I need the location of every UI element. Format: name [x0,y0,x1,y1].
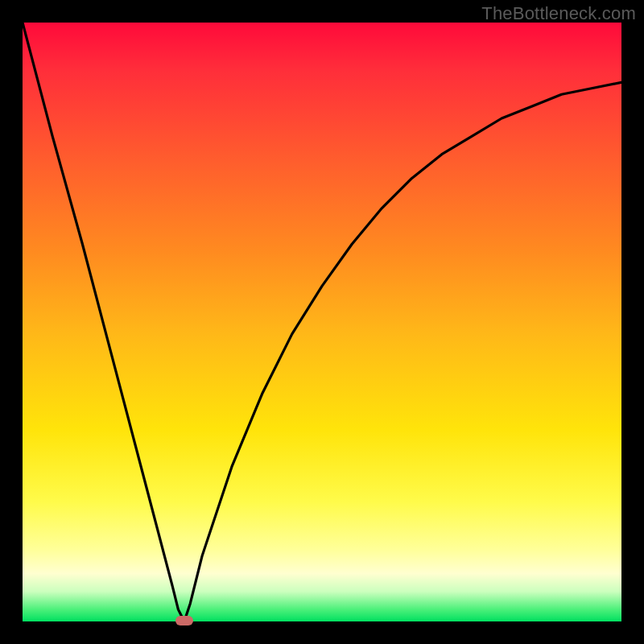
plot-area [23,23,621,621]
chart-frame: TheBottleneck.com [0,0,644,644]
watermark-text: TheBottleneck.com [481,3,636,24]
bottleneck-curve [23,23,621,621]
optimal-marker [175,616,193,625]
curve-svg [23,23,621,621]
